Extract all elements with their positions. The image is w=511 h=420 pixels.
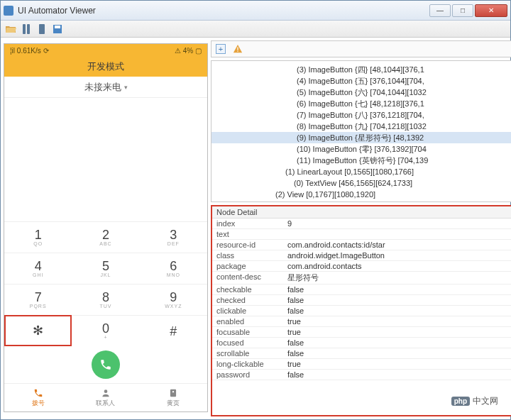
detail-key: scrollable xyxy=(212,348,283,358)
status-right: ⚠ 4% ▢ xyxy=(175,47,202,55)
watermark-text: 中文网 xyxy=(473,395,498,407)
detail-row: enabledtrue xyxy=(212,316,511,327)
detail-key: checked xyxy=(212,295,283,305)
detail-row: packagecom.android.contacts xyxy=(212,261,511,272)
window-title: UI Automator Viewer xyxy=(18,6,429,16)
tree-node[interactable]: (0) TextView [456,1565][624,1733] xyxy=(211,177,511,189)
key-num: 7 xyxy=(35,291,42,304)
detail-header: Node Detail xyxy=(212,206,511,219)
tree-node[interactable]: (9) ImageButton {星形符号} [48,1392 xyxy=(211,132,511,143)
key-star[interactable]: ✻ xyxy=(4,315,72,346)
tab-icon xyxy=(168,388,178,398)
app-icon xyxy=(4,6,13,16)
tree-hscroll[interactable] xyxy=(211,200,511,202)
detail-value: false xyxy=(283,338,511,348)
tree-node[interactable]: (7) ImageButton {八} [376,1218][704, xyxy=(211,109,511,121)
detail-key: enabled xyxy=(212,316,283,326)
detail-row: long-clickabletrue xyxy=(212,359,511,370)
phone-status-bar: ¦il 0.61K/s ⟳ ⚠ 4% ▢ xyxy=(4,44,207,57)
close-button[interactable]: ✕ xyxy=(475,4,507,17)
detail-value: com.android.contacts xyxy=(283,261,511,271)
key-sub: GHI xyxy=(33,272,43,277)
key-num: 4 xyxy=(35,260,42,272)
key-6[interactable]: 6MNO xyxy=(140,253,207,284)
device-icon[interactable] xyxy=(21,23,32,35)
detail-value: false xyxy=(283,295,511,305)
svg-point-7 xyxy=(172,391,174,392)
key-0[interactable]: 0+ xyxy=(72,315,139,346)
node-detail-panel: Node Detail index9textresource-idcom.and… xyxy=(211,205,511,416)
open-icon[interactable] xyxy=(5,23,16,35)
key-hash[interactable]: # xyxy=(140,315,207,346)
key-sub: QO xyxy=(33,241,43,246)
screenshot-pane: ¦il 0.61K/s ⟳ ⚠ 4% ▢ 开发模式 未接来电 ▾ 1QO2ABC… xyxy=(4,40,208,416)
detail-value: com.android.contacts:id/star xyxy=(283,240,511,250)
minimize-button[interactable]: — xyxy=(429,4,451,17)
key-1[interactable]: 1QO xyxy=(4,221,72,253)
tab-icon xyxy=(33,388,43,398)
detail-row: focusedfalse xyxy=(212,338,511,348)
detail-value: false xyxy=(283,284,511,294)
tree-node[interactable]: (2) View [0,1767][1080,1920] xyxy=(211,189,511,200)
tree-node[interactable]: (1) LinearLayout [0,1565][1080,1766] xyxy=(211,166,511,177)
tree-node[interactable]: (11) ImageButton {英镑符号} [704,139 xyxy=(211,155,511,166)
key-num: ✻ xyxy=(33,324,43,337)
tab-label: 拨号 xyxy=(32,399,45,408)
maximize-button[interactable]: □ xyxy=(452,4,473,17)
detail-key: focused xyxy=(212,338,283,348)
key-4[interactable]: 4GHI xyxy=(4,253,72,284)
titlebar[interactable]: UI Automator Viewer — □ ✕ xyxy=(1,1,510,21)
warning-icon[interactable] xyxy=(233,44,243,54)
tree-node[interactable]: (4) ImageButton {五} [376,1044][704, xyxy=(211,75,511,87)
detail-row: checkedfalse xyxy=(212,295,511,306)
key-7[interactable]: 7PQRS xyxy=(4,284,72,315)
detail-row: scrollablefalse xyxy=(212,348,511,359)
key-num: 6 xyxy=(170,260,177,272)
svg-rect-8 xyxy=(237,47,238,50)
key-9[interactable]: 9WXYZ xyxy=(140,284,207,315)
key-sub: ABC xyxy=(99,241,111,246)
dump-icon[interactable] xyxy=(36,23,48,35)
detail-key: clickable xyxy=(212,306,283,316)
status-left: ¦il 0.61K/s ⟳ xyxy=(10,47,49,55)
svg-rect-9 xyxy=(237,51,238,52)
device-screenshot[interactable]: ¦il 0.61K/s ⟳ ⚠ 4% ▢ 开发模式 未接来电 ▾ 1QO2ABC… xyxy=(4,43,208,412)
detail-value: 9 xyxy=(283,219,511,228)
detail-row: text xyxy=(212,229,511,240)
key-5[interactable]: 5JKL xyxy=(72,253,139,284)
phone-tab-1[interactable]: 联系人 xyxy=(72,384,139,411)
key-sub: TUV xyxy=(99,304,111,309)
detail-key: long-clickable xyxy=(212,359,283,369)
hierarchy-tree[interactable]: (3) ImageButton {四} [48,1044][376,1(4) I… xyxy=(211,60,511,202)
app-window: UI Automator Viewer — □ ✕ ¦il 0.61K/s ⟳ … xyxy=(0,0,511,420)
tree-node[interactable]: (5) ImageButton {六} [704,1044][1032 xyxy=(211,87,511,98)
key-num: 9 xyxy=(170,291,177,304)
detail-key: password xyxy=(212,370,283,380)
detail-row: index9 xyxy=(212,219,511,229)
tree-node[interactable]: (6) ImageButton {七} [48,1218][376,1 xyxy=(211,98,511,109)
phone-tab-0[interactable]: 拨号 xyxy=(4,384,72,411)
detail-value: true xyxy=(283,359,511,369)
key-num: 3 xyxy=(170,228,177,241)
save-icon[interactable] xyxy=(52,23,63,35)
tree-node[interactable]: (10) ImageButton {零} [376,1392][704 xyxy=(211,143,511,155)
call-button[interactable] xyxy=(92,350,120,379)
key-2[interactable]: 2ABC xyxy=(72,221,139,253)
detail-value: false xyxy=(283,370,511,380)
detail-row: classandroid.widget.ImageButton xyxy=(212,250,511,261)
key-8[interactable]: 8TUV xyxy=(72,284,139,315)
key-num: 5 xyxy=(102,260,109,272)
detail-value: android.widget.ImageButton xyxy=(283,250,511,260)
detail-key: content-desc xyxy=(212,272,283,284)
svg-point-5 xyxy=(104,389,108,393)
tree-node[interactable]: (3) ImageButton {四} [48,1044][376,1 xyxy=(211,64,511,75)
phone-tab-2[interactable]: 黄页 xyxy=(140,384,207,411)
right-toolbar: + ︿ ﹀ xyxy=(211,40,511,57)
expand-all-button[interactable]: + xyxy=(216,44,226,54)
detail-row: resource-idcom.android.contacts:id/star xyxy=(212,240,511,250)
tab-icon xyxy=(101,388,111,398)
toolbar xyxy=(1,21,510,38)
key-3[interactable]: 3DEF xyxy=(140,221,207,253)
key-num: # xyxy=(170,325,177,338)
tree-node[interactable]: (8) ImageButton {九} [704,1218][1032 xyxy=(211,121,511,132)
